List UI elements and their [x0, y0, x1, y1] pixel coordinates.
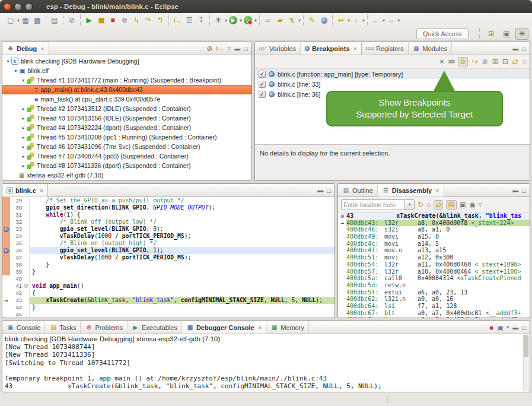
instruction-stepping-toggle-icon[interactable]: i→	[216, 46, 224, 52]
cpp-perspective-icon[interactable]: ▣	[500, 28, 513, 40]
maximize-icon[interactable]: □	[522, 325, 526, 331]
breakpoint-marker-icon[interactable]	[4, 227, 9, 232]
collapse-fold-icon[interactable]: −	[24, 284, 28, 288]
coverage-dropdown-icon[interactable]: ▾	[254, 18, 257, 23]
show-source-icon[interactable]: ▤	[446, 200, 456, 210]
resume-icon[interactable]: ▶	[84, 15, 94, 26]
disassembly-instruction-row[interactable]: 400dbc4c:movia14, 5	[338, 240, 530, 248]
goto-file-for-breakpoint-icon[interactable]: ↪	[472, 58, 478, 66]
editor-line[interactable]: 31 while(1) {	[2, 211, 335, 218]
disassembly-instruction-row[interactable]: →400dbc43:l32ra8, 0x400d00f8 <_stext+224…	[338, 220, 530, 227]
tab-problems[interactable]: ⊗ Problems	[81, 321, 127, 334]
new-wizard-icon[interactable]: ▢	[5, 15, 16, 26]
minimize-icon[interactable]: ▬	[512, 188, 518, 194]
tab-executables[interactable]: ▶ Executables	[128, 321, 182, 334]
save-all-icon[interactable]: ▩	[32, 15, 43, 26]
pin-view-icon[interactable]: ◉	[469, 201, 475, 209]
location-input[interactable]: Enter location here	[341, 199, 405, 210]
disassembly-instruction-row[interactable]: 400dbc64:lsif7, a1, 128	[338, 303, 530, 310]
debug-tree-item[interactable]: ▸Thread #4 1073432224 (dport) (Suspended…	[2, 123, 251, 132]
drop-to-frame-icon[interactable]: ↧	[196, 15, 206, 26]
open-perspective-icon[interactable]: ⊞	[485, 28, 498, 40]
breakpoint-item[interactable]: ✓blink.c [function: app_main] [type: Tem…	[255, 69, 530, 79]
disconnect-icon[interactable]: ⊗	[119, 15, 130, 26]
open-folder-icon[interactable]: ▰	[275, 15, 285, 26]
minimize-icon[interactable]: ▬	[512, 46, 518, 52]
flash-dropdown-icon[interactable]: ▾	[298, 18, 301, 23]
debug-tree-item[interactable]: ▸Thread #8 1073411336 (dport) (Suspended…	[2, 161, 251, 170]
code-editor[interactable]: 29 /* Set the GPIO as a push/pull output…	[2, 197, 335, 318]
debug-dropdown-icon[interactable]: ▾	[225, 18, 227, 23]
breakpoint-checkbox[interactable]: ✓	[259, 91, 266, 98]
editor-line[interactable]: 30 gpio_set_direction(BLINK_GPIO, GPIO_M…	[2, 204, 335, 211]
back-dropdown-icon[interactable]: ▾	[383, 18, 385, 23]
step-return-icon[interactable]: ↰	[155, 15, 165, 26]
disassembly-instruction-row[interactable]: 400dbc67:blta0, a7, 0x400dbc81 <__adddf3…	[338, 310, 530, 317]
expander-collapsed-icon[interactable]: ▸	[20, 144, 27, 150]
editor-line[interactable]: 44}	[2, 304, 335, 311]
disassembly-listing[interactable]: 43 xTaskCreate(&blink_task, "blink_tas→4…	[338, 212, 530, 318]
tab-memory[interactable]: ▦ Memory	[266, 321, 309, 334]
debug-tree-item[interactable]: ▾Thread #1 1073411772 (main : Running) (…	[2, 75, 251, 85]
debug-tree-item[interactable]: ≡app_main() at blink.c:43 0x400dbc43	[2, 85, 251, 94]
editor-line[interactable]: →43 xTaskCreate(&blink_task, "blink_task…	[2, 297, 335, 304]
back-icon[interactable]: ←	[371, 15, 381, 26]
coverage-icon[interactable]	[243, 15, 253, 26]
link-with-debug-view-icon[interactable]: ⇄	[512, 58, 518, 66]
view-menu-icon[interactable]: ▽	[479, 202, 482, 207]
debug-perspective-icon[interactable]: ✳	[515, 28, 528, 40]
editor-line[interactable]: 36 gpio_set_level(BLINK_GPIO, 1);	[2, 247, 335, 254]
expander-collapsed-icon[interactable]: ▸	[20, 116, 27, 121]
disassembly-instruction-row[interactable]: 400dbc5d:retw.n	[338, 282, 530, 289]
step-over-icon[interactable]: ↷	[143, 15, 154, 26]
expander-expanded-icon[interactable]: ▾	[20, 78, 27, 83]
window-maximize-button[interactable]	[25, 3, 33, 11]
terminate-console-icon[interactable]: ■	[489, 325, 493, 331]
debug-tree-item[interactable]: ▸Thread #2 1073413512 (IDLE) (Suspended …	[2, 104, 251, 113]
debug-tree-item[interactable]: ▸Thread #3 1073413156 (IDLE) (Suspended …	[2, 113, 251, 123]
debug-tree-item[interactable]: ≡main_task() at cpu_start.c:339 0x400d05…	[2, 94, 251, 104]
debug-tree-item[interactable]: ▾cblink checking [GDB Hardware Debugging…	[2, 56, 251, 66]
show-supported-breakpoints-icon[interactable]: ⊕	[458, 57, 467, 66]
view-menu-icon[interactable]: ▽	[227, 46, 231, 52]
run-icon[interactable]: ▶	[228, 15, 238, 26]
minimize-icon[interactable]: ▬	[234, 46, 240, 52]
editor-line[interactable]: 42{	[2, 290, 335, 297]
view-menu-icon[interactable]: ▽	[523, 59, 526, 65]
suspend-icon[interactable]: ▮▮	[95, 15, 106, 26]
maximize-icon[interactable]: □	[522, 46, 526, 52]
home-icon[interactable]: ⌂	[426, 201, 431, 209]
maximize-icon[interactable]: □	[244, 46, 248, 52]
disassembly-instruction-row[interactable]: 400dbc4f:mov.na13, a15	[338, 247, 530, 254]
expander-collapsed-icon[interactable]: ▸	[20, 125, 27, 131]
debug-tree-item[interactable]: ▾▣blink.elf	[2, 66, 251, 75]
next-annotation-icon[interactable]: ↓	[351, 15, 361, 26]
next-annotation-dropdown-icon[interactable]: ▾	[362, 18, 365, 23]
expand-all-icon[interactable]: ⊞	[492, 58, 498, 66]
debug-tree-item[interactable]: ▦xtensa-esp32-elf-gdb (7.10)	[2, 170, 251, 180]
disassembly-source-row[interactable]: 43 xTaskCreate(&blink_task, "blink_tas	[338, 212, 530, 220]
editor-line[interactable]: 37 vTaskDelay(1000 / portTICK_PERIOD_MS)…	[2, 254, 335, 261]
debug-configurations-icon[interactable]: ✳	[213, 15, 224, 26]
skip-all-breakpoints-icon[interactable]: ⊘	[482, 58, 488, 66]
forward-dropdown-icon[interactable]: ▾	[397, 18, 400, 23]
skip-all-breakpoints-icon[interactable]: ⊘	[66, 15, 77, 26]
tab-blink-c[interactable]: c blink.c ×	[2, 184, 48, 197]
expander-collapsed-icon[interactable]: ▸	[20, 135, 27, 140]
editor-line[interactable]: 38 }	[2, 261, 335, 268]
disassembly-instruction-row[interactable]: 400dbc5f:extuia6, a0, 23, 13	[338, 289, 530, 296]
annotation-dropdown-icon[interactable]: ▾	[348, 18, 350, 23]
editor-line[interactable]: 40	[2, 275, 335, 283]
breakpoint-item[interactable]: ✓blink.c [line: 33]	[255, 79, 530, 89]
editor-line[interactable]: 29 /* Set the GPIO as a push/pull output…	[2, 197, 335, 204]
step-into-icon[interactable]: ↳	[131, 15, 142, 26]
expander-collapsed-icon[interactable]: ▸	[20, 154, 27, 159]
editor-line[interactable]: 41−void app_main()	[2, 283, 335, 290]
disassembly-instruction-row[interactable]: 400dbc6a:bnonea0, a1, 0x400dbc8b <__addd…	[338, 316, 530, 318]
console-output[interactable]: blink checking [GDB Hardware Debugging] …	[2, 334, 530, 392]
sync-with-context-icon[interactable]: ⇄	[434, 200, 443, 210]
run-dropdown-icon[interactable]: ▾	[240, 18, 242, 23]
maximize-icon[interactable]: □	[327, 188, 331, 194]
window-close-button[interactable]	[4, 3, 11, 11]
breakpoint-marker-icon[interactable]	[4, 248, 9, 253]
